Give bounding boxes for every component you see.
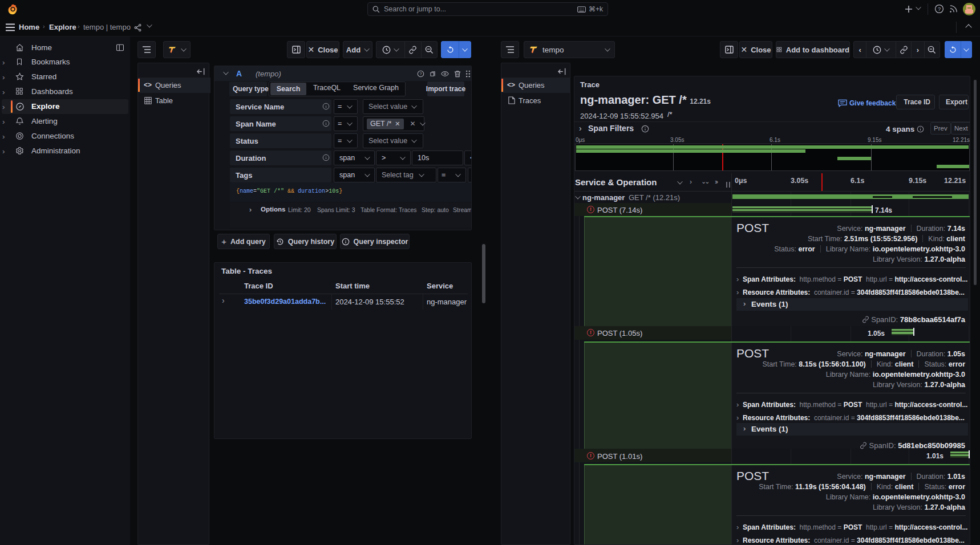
svg-text:?: ? [938,6,941,12]
svg-text:?: ? [419,71,422,76]
